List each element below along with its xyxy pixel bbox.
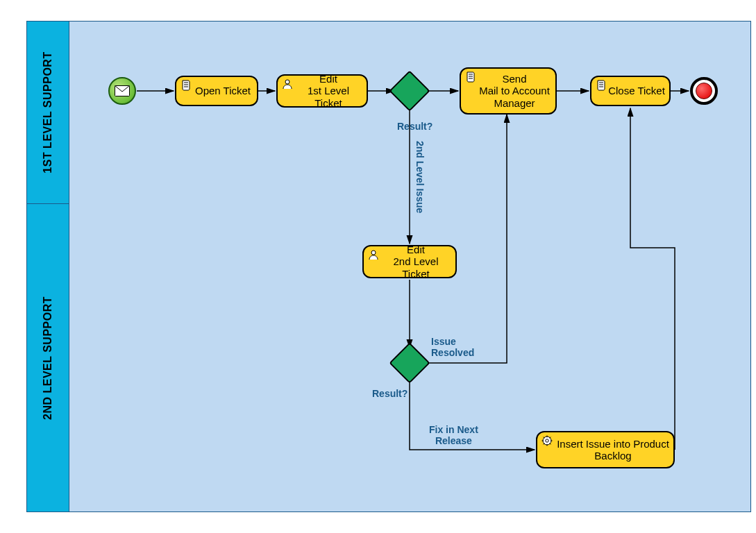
task-edit-2nd-label: Edit 2nd Level Ticket: [380, 244, 451, 280]
user-icon: [282, 78, 293, 90]
task-edit-1st-label: Edit 1st Level Ticket: [294, 73, 362, 109]
message-icon: [115, 85, 130, 96]
script-icon: [596, 80, 607, 91]
task-insert-backlog-label: Insert Issue into Product Backlog: [557, 438, 669, 462]
gateway-2-label: Result?: [372, 388, 408, 399]
svg-point-10: [371, 251, 376, 255]
lane-1st-label: 1ST LEVEL SUPPORT: [42, 51, 54, 173]
end-event-inner: [696, 83, 712, 99]
lane-headers: 1ST LEVEL SUPPORT 2ND LEVEL SUPPORT: [27, 22, 69, 511]
script-icon: [180, 80, 192, 91]
task-send-mail-label: Send Mail to Account Manager: [479, 73, 550, 109]
pool: 1ST LEVEL SUPPORT 2ND LEVEL SUPPORT: [26, 21, 751, 512]
task-edit-2nd: Edit 2nd Level Ticket: [362, 245, 457, 278]
lane-header-1st: 1ST LEVEL SUPPORT: [27, 22, 69, 204]
gateway-1: [395, 76, 424, 105]
lane-header-2nd: 2ND LEVEL SUPPORT: [27, 204, 69, 512]
task-close-ticket: Close Ticket: [590, 76, 671, 106]
gateway-1-label: Result?: [397, 121, 432, 132]
lanes-body: Open Ticket Edit 1st Level Ticket Result…: [69, 22, 750, 511]
service-icon: [541, 435, 553, 446]
flow-label-2nd-level-issue: 2nd Level Issue: [414, 141, 426, 213]
start-event: [108, 77, 136, 105]
task-send-mail: Send Mail to Account Manager: [460, 67, 557, 115]
bpmn-diagram: 1ST LEVEL SUPPORT 2ND LEVEL SUPPORT: [0, 0, 756, 533]
flow-label-issue-resolved: Issue Resolved: [431, 336, 474, 358]
task-open-ticket-label: Open Ticket: [195, 85, 251, 96]
end-event: [690, 77, 718, 105]
script-icon: [465, 71, 476, 83]
task-insert-backlog: Insert Issue into Product Backlog: [536, 431, 675, 468]
task-open-ticket: Open Ticket: [175, 76, 258, 106]
task-edit-1st: Edit 1st Level Ticket: [276, 74, 368, 108]
gateway-2: [395, 348, 424, 378]
lane-2nd-label: 2ND LEVEL SUPPORT: [42, 296, 54, 420]
svg-point-9: [285, 80, 289, 84]
task-close-ticket-label: Close Ticket: [608, 85, 665, 96]
user-icon: [368, 249, 379, 260]
flow-label-fix-next-release: Fix in Next Release: [429, 424, 478, 446]
